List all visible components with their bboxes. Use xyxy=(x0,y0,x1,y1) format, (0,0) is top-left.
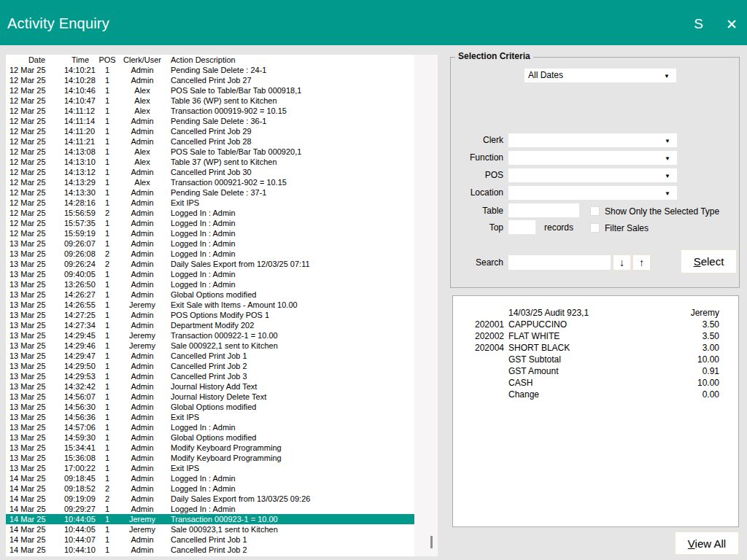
table-cell: Admin xyxy=(118,361,166,371)
table-row[interactable]: 13 Mar 2514:29:531AdminCancelled Print J… xyxy=(6,371,414,381)
table-row[interactable]: 12 Mar 2514:13:101AlexTable 37 (WP) sent… xyxy=(6,157,414,167)
table-cell: Jeremy xyxy=(118,514,166,524)
table-cell: Journal History Delete Text xyxy=(166,392,414,402)
table-row[interactable]: 13 Mar 2515:36:081AdminModify Keyboard P… xyxy=(6,453,414,463)
search-down-button[interactable]: ↓ xyxy=(613,254,631,271)
table-row[interactable]: 13 Mar 2514:32:421AdminJournal History A… xyxy=(6,381,414,392)
table-row[interactable]: 13 Mar 2514:57:061AdminLogged In : Admin xyxy=(6,422,414,432)
scrollbar-thumb[interactable] xyxy=(430,536,433,548)
table-cell: 1 xyxy=(96,514,118,524)
table-cell: 13 Mar 25 xyxy=(9,310,64,320)
table-cell: 09:26:24 xyxy=(64,259,96,269)
table-cell: 09:19:09 xyxy=(64,494,96,504)
pos-dropdown[interactable]: ▼ xyxy=(508,168,677,182)
table-row[interactable]: 14 Mar 2510:44:101AdminCancelled Print J… xyxy=(6,545,414,555)
table-row[interactable]: 12 Mar 2514:10:461AlexPOS Sale to Table/… xyxy=(6,85,414,96)
table-row[interactable]: 13 Mar 2515:34:411AdminModify Keyboard P… xyxy=(6,443,414,453)
clerk-dropdown[interactable]: ▼ xyxy=(508,133,677,147)
table-row[interactable]: 14 Mar 2509:29:271AdminLogged In : Admin xyxy=(6,504,414,514)
table-cell: Admin xyxy=(118,218,166,228)
receipt-line: 202001CAPPUCCINO3.50 xyxy=(453,319,738,330)
table-row[interactable]: 13 Mar 2509:26:082AdminLogged In : Admin xyxy=(6,249,414,259)
table-cell: Admin xyxy=(118,198,166,208)
table-row[interactable]: 13 Mar 2514:26:271AdminGlobal Options mo… xyxy=(6,289,414,300)
table-row[interactable]: 14 Mar 2509:18:522AdminLogged In : Admin xyxy=(6,483,414,494)
table-cell: 14 Mar 25 xyxy=(9,494,64,504)
show-only-selected-type-label: Show Only the Selected Type xyxy=(605,206,719,217)
table-cell: Global Options modified xyxy=(166,402,414,412)
table-row[interactable]: 13 Mar 2514:29:471AdminCancelled Print J… xyxy=(6,351,414,361)
filter-sales-checkbox[interactable] xyxy=(590,223,600,233)
column-header-pos: POS xyxy=(96,55,118,65)
table-row[interactable]: 13 Mar 2514:56:361AdminExit IPS xyxy=(6,412,414,422)
search-up-button[interactable]: ↑ xyxy=(632,254,651,271)
table-row[interactable]: 14 Mar 2509:19:092AdminDaily Sales Expor… xyxy=(6,494,414,504)
table-row[interactable]: 12 Mar 2514:11:121AlexTransaction 000919… xyxy=(6,106,414,116)
table-row[interactable]: 14 Mar 2510:44:071AdminCancelled Print J… xyxy=(6,534,414,545)
table-row[interactable]: 14 Mar 2510:44:051JeremySale 000923,1 se… xyxy=(6,524,414,534)
table-cell: 14 Mar 25 xyxy=(9,545,64,555)
table-row[interactable]: 12 Mar 2514:13:291AlexTransaction 000921… xyxy=(6,177,414,187)
table-row[interactable]: 13 Mar 2514:56:071AdminJournal History D… xyxy=(6,392,414,402)
table-row[interactable]: 13 Mar 2517:00:221AdminExit IPS xyxy=(6,463,414,473)
location-dropdown[interactable]: ▼ xyxy=(508,186,677,200)
table-row[interactable]: 12 Mar 2515:57:351AdminLogged In : Admin xyxy=(6,218,414,228)
table-cell: Exit IPS xyxy=(166,463,414,473)
table-cell: Pending Sale Delete : 24-1 xyxy=(166,65,414,75)
table-row[interactable]: 12 Mar 2514:13:301AdminPending Sale Dele… xyxy=(6,187,414,198)
table-cell: 2 xyxy=(96,208,118,218)
table-row[interactable]: 12 Mar 2515:59:191AdminLogged In : Admin xyxy=(6,228,414,238)
table-row[interactable]: 13 Mar 2509:26:071AdminLogged In : Admin xyxy=(6,238,414,249)
receipt-header-row: 14/03/25 Audit 923,1 Jeremy xyxy=(453,307,738,319)
table-row[interactable]: 13 Mar 2509:26:242AdminDaily Sales Expor… xyxy=(6,259,414,269)
table-row[interactable]: 14 Mar 2509:18:451AdminLogged In : Admin xyxy=(6,473,414,483)
table-input[interactable] xyxy=(508,203,579,217)
table-row[interactable]: 12 Mar 2514:10:281AdminCancelled Print J… xyxy=(6,75,414,85)
table-row[interactable]: 12 Mar 2514:28:161AdminExit IPS xyxy=(6,198,414,208)
search-input[interactable] xyxy=(508,255,611,270)
table-cell: Logged In : Admin xyxy=(166,504,414,514)
table-cell: 14 Mar 25 xyxy=(9,504,64,514)
table-row[interactable]: 13 Mar 2514:29:461JeremySale 000922,1 se… xyxy=(6,341,414,351)
table-cell: 10:44:10 xyxy=(64,545,96,555)
table-cell: Logged In : Admin xyxy=(166,473,414,483)
table-row[interactable]: 12 Mar 2514:13:121AdminCancelled Print J… xyxy=(6,167,414,177)
table-row[interactable]: 13 Mar 2514:29:501AdminCancelled Print J… xyxy=(6,361,414,371)
table-row[interactable]: 13 Mar 2514:56:301AdminGlobal Options mo… xyxy=(6,402,414,412)
table-row[interactable]: 13 Mar 2513:26:501AdminLogged In : Admin xyxy=(6,279,414,289)
select-button[interactable]: Select xyxy=(681,249,737,273)
table-row[interactable]: 13 Mar 2514:29:451JeremyTransaction 0009… xyxy=(6,330,414,341)
table-row-selected[interactable]: 14 Mar 2510:44:051JeremyTransaction 0009… xyxy=(6,514,414,524)
activity-log-list[interactable]: Date Time POS Clerk/User Action Descript… xyxy=(6,55,414,556)
table-row[interactable]: 12 Mar 2514:11:141AdminPending Sale Dele… xyxy=(6,116,414,126)
table-row[interactable]: 12 Mar 2514:10:471AlexTable 36 (WP) sent… xyxy=(6,96,414,106)
table-cell: 12 Mar 25 xyxy=(9,85,64,96)
table-row[interactable]: 12 Mar 2514:11:201AdminCancelled Print J… xyxy=(6,126,414,136)
close-icon[interactable]: ✕ xyxy=(726,16,738,33)
table-row[interactable]: 12 Mar 2514:13:081AlexPOS Sale to Table/… xyxy=(6,147,414,157)
table-cell: 14 Mar 25 xyxy=(9,483,64,494)
table-row[interactable]: 13 Mar 2514:59:301AdminGlobal Options mo… xyxy=(6,432,414,443)
table-cell: 14:29:50 xyxy=(64,361,96,371)
table-cell: 14 Mar 25 xyxy=(9,514,64,524)
function-dropdown[interactable]: ▼ xyxy=(508,151,677,165)
table-cell: 14:29:46 xyxy=(64,341,96,351)
table-row[interactable]: 13 Mar 2514:26:551JeremyExit Sale with I… xyxy=(6,300,414,310)
table-row[interactable]: 13 Mar 2514:27:341AdminDepartment Modify… xyxy=(6,320,414,330)
table-cell: 1 xyxy=(96,167,118,177)
activity-list-scrollbar[interactable] xyxy=(414,55,438,556)
show-only-selected-type-checkbox[interactable] xyxy=(590,206,600,216)
top-records-input[interactable] xyxy=(508,220,535,234)
table-row[interactable]: 13 Mar 2514:27:251AdminPOS Options Modif… xyxy=(6,310,414,320)
table-row[interactable]: 12 Mar 2515:56:592AdminLogged In : Admin xyxy=(6,208,414,218)
shade-button[interactable]: S xyxy=(694,16,703,32)
receipt-lines: 202001CAPPUCCINO3.50202002FLAT WHITE3.50… xyxy=(453,319,738,400)
table-row[interactable]: 12 Mar 2514:10:211AdminPending Sale Dele… xyxy=(6,65,414,75)
table-cell: Logged In : Admin xyxy=(166,218,414,228)
view-all-button[interactable]: View All xyxy=(675,532,739,555)
receipt-line: GST Subtotal10.00 xyxy=(453,354,738,365)
date-filter-dropdown[interactable]: All Dates ▼ xyxy=(525,69,676,82)
table-row[interactable]: 13 Mar 2509:40:051AdminLogged In : Admin xyxy=(6,269,414,279)
filter-sales-label: Filter Sales xyxy=(605,223,649,233)
table-row[interactable]: 12 Mar 2514:11:211AdminCancelled Print J… xyxy=(6,136,414,147)
